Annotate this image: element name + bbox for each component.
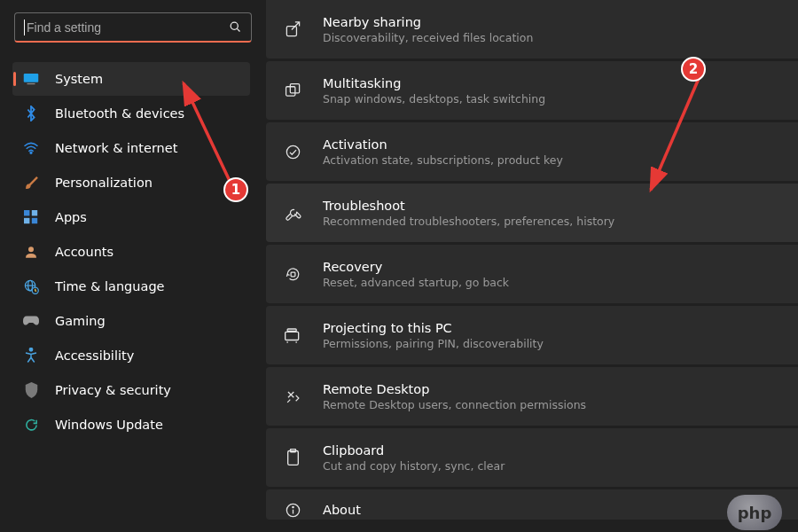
svg-rect-2 [24,74,39,82]
setting-title: Clipboard [323,443,505,458]
wrench-icon [284,204,301,222]
main-panel: Nearby sharingDiscoverability, received … [266,0,798,532]
sidebar-item-label: Windows Update [55,418,163,432]
gamepad-icon [23,313,39,329]
sidebar-item-accessibility[interactable]: Accessibility [12,339,250,372]
settings-window: SystemBluetooth & devicesNetwork & inter… [0,0,798,532]
search-icon [229,20,242,34]
sidebar-item-label: Network & internet [55,141,177,155]
setting-subtitle: Permissions, pairing PIN, discoverabilit… [323,337,544,350]
setting-multitasking[interactable]: MultitaskingSnap windows, desktops, task… [266,61,798,120]
svg-point-4 [30,152,32,153]
grid-icon [23,209,39,225]
setting-remote-desktop[interactable]: Remote DesktopRemote Desktop users, conn… [266,367,798,426]
sidebar-item-personalization[interactable]: Personalization [12,166,250,200]
share-icon [284,20,301,38]
setting-subtitle: Recommended troubleshooters, preferences… [323,215,614,228]
setting-title: Recovery [323,260,509,274]
setting-subtitle: Cut and copy history, sync, clear [323,459,505,473]
clipboard-icon [284,449,301,466]
svg-point-28 [292,506,293,507]
svg-rect-6 [32,210,37,215]
recovery-icon [284,265,301,283]
setting-subtitle: Remote Desktop users, connection permiss… [323,398,586,411]
sidebar-item-label: Time & language [55,279,165,293]
setting-text: MultitaskingSnap windows, desktops, task… [323,76,545,106]
shield-icon [23,382,39,398]
svg-rect-15 [286,26,296,35]
sidebar-item-windows-update[interactable]: Windows Update [12,408,250,442]
setting-subtitle: Snap windows, desktops, task switching [323,92,545,106]
setting-text: Remote DesktopRemote Desktop users, conn… [323,382,586,411]
setting-text: TroubleshootRecommended troubleshooters,… [323,199,614,228]
person-icon [23,244,39,260]
search-box[interactable] [14,12,252,43]
svg-rect-20 [286,332,299,340]
setting-subtitle: Discoverability, received files location [323,31,533,44]
setting-projecting-to-this-pc[interactable]: Projecting to this PCPermissions, pairin… [266,306,798,364]
sidebar-item-accounts[interactable]: Accounts [12,235,250,269]
brush-icon [23,175,39,191]
setting-about[interactable]: About [266,489,798,520]
setting-text: Projecting to this PCPermissions, pairin… [323,321,544,350]
text-caret [24,20,25,35]
setting-title: Troubleshoot [323,199,614,213]
setting-subtitle: Reset, advanced startup, go back [323,276,509,289]
svg-point-0 [231,22,238,29]
sidebar-item-label: Personalization [55,176,153,190]
svg-rect-7 [24,218,29,223]
sidebar-item-time-language[interactable]: Time & language [12,270,250,303]
setting-recovery[interactable]: RecoveryReset, advanced startup, go back [266,245,798,303]
nav-list: SystemBluetooth & devicesNetwork & inter… [9,62,254,442]
sidebar-item-apps[interactable]: Apps [12,200,250,234]
sidebar-item-bluetooth-devices[interactable]: Bluetooth & devices [12,97,250,130]
settings-list: Nearby sharingDiscoverability, received … [266,0,798,520]
projector-icon [284,326,301,344]
sidebar-item-network-internet[interactable]: Network & internet [12,131,250,165]
svg-rect-8 [32,218,37,223]
sidebar: SystemBluetooth & devicesNetwork & inter… [0,0,266,532]
sidebar-item-privacy-security[interactable]: Privacy & security [12,373,250,407]
sidebar-item-label: System [55,72,103,86]
svg-rect-3 [27,83,35,84]
setting-title: Activation [323,137,563,152]
sidebar-item-system[interactable]: System [12,62,250,96]
setting-clipboard[interactable]: ClipboardCut and copy history, sync, cle… [266,428,798,487]
setting-title: Projecting to this PC [323,321,544,335]
sidebar-item-label: Bluetooth & devices [55,106,184,121]
sidebar-item-gaming[interactable]: Gaming [12,304,250,338]
setting-nearby-sharing[interactable]: Nearby sharingDiscoverability, received … [266,0,798,59]
bluetooth-icon [23,106,39,121]
svg-line-1 [237,28,239,31]
info-icon [284,501,301,519]
setting-text: ClipboardCut and copy history, sync, cle… [323,443,505,473]
setting-activation[interactable]: ActivationActivation state, subscription… [266,122,798,181]
setting-title: About [323,503,361,517]
setting-text: About [323,503,361,517]
wifi-icon [23,140,39,156]
setting-text: Nearby sharingDiscoverability, received … [323,15,533,44]
setting-troubleshoot[interactable]: TroubleshootRecommended troubleshooters,… [266,184,798,242]
search-input[interactable] [27,20,229,35]
svg-point-9 [28,246,34,252]
sidebar-item-label: Privacy & security [55,383,171,397]
update-icon [23,417,39,433]
windows-stack-icon [284,82,301,99]
setting-text: ActivationActivation state, subscription… [323,137,563,167]
sidebar-item-label: Gaming [55,314,106,328]
setting-title: Remote Desktop [323,382,586,396]
globe-clock-icon [23,278,39,294]
setting-subtitle: Activation state, subscriptions, product… [323,153,563,167]
remote-icon [284,387,301,405]
sidebar-item-label: Accessibility [55,348,134,363]
check-circle-icon [284,143,301,160]
svg-point-18 [286,145,299,158]
setting-title: Multitasking [323,76,545,90]
accessibility-icon [23,348,39,364]
svg-rect-24 [287,451,298,466]
setting-text: RecoveryReset, advanced startup, go back [323,260,509,289]
sidebar-item-label: Apps [55,210,87,224]
svg-point-14 [29,348,32,351]
svg-rect-5 [24,210,29,215]
sidebar-item-label: Accounts [55,245,113,259]
